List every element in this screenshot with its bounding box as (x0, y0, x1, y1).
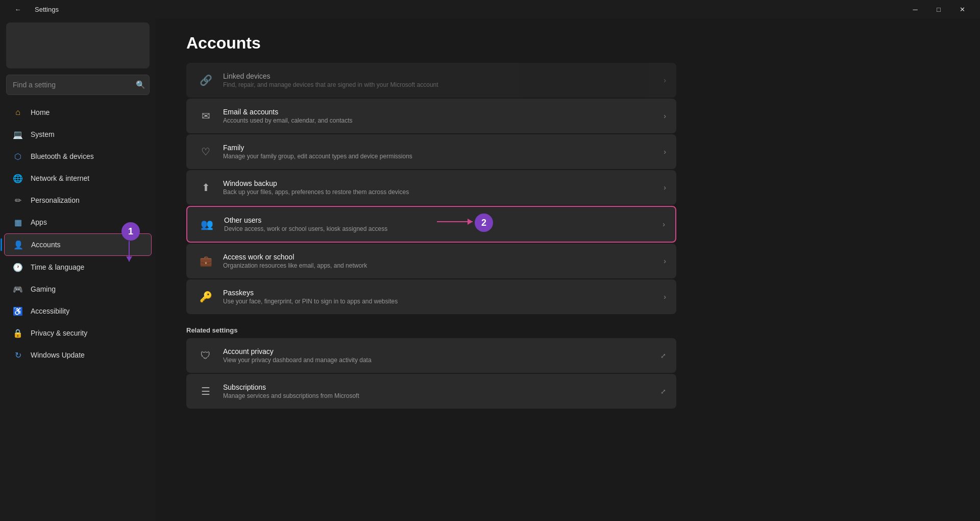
nav-icon-accounts: 👤 (13, 239, 24, 250)
search-icon: 🔍 (136, 80, 145, 89)
maximize-button[interactable]: □ (927, 1, 950, 17)
related-settings-list: 🛡 Account privacy View your privacy dash… (186, 338, 676, 409)
search-input[interactable] (6, 75, 150, 95)
nav-label-network: Network & internet (31, 174, 89, 182)
settings-icon-other-users: 👥 (198, 215, 216, 233)
nav-icon-gaming: 🎮 (12, 283, 23, 295)
related-settings-header: Related settings (186, 326, 954, 334)
window-controls: ─ □ ✕ (903, 1, 974, 17)
chevron-icon-email-accounts: › (664, 112, 666, 120)
sidebar-item-gaming[interactable]: 🎮 Gaming (4, 278, 152, 300)
related-item-account-privacy[interactable]: 🛡 Account privacy View your privacy dash… (186, 338, 676, 373)
settings-desc-email-accounts: Accounts used by email, calendar, and co… (223, 117, 658, 124)
settings-item-passkeys[interactable]: 🔑 Passkeys Use your face, fingerprint, o… (186, 279, 676, 314)
settings-icon-windows-backup: ⬆ (197, 178, 215, 197)
external-icon-account-privacy: ⤢ (660, 352, 666, 360)
settings-title-family: Family (223, 144, 658, 152)
settings-icon-passkeys: 🔑 (197, 288, 215, 306)
nav-icon-update: ↻ (12, 349, 23, 361)
nav-icon-home: ⌂ (12, 107, 23, 118)
sidebar-item-privacy[interactable]: 🔒 Privacy & security (4, 322, 152, 344)
nav-icon-personalization: ✏ (12, 195, 23, 206)
nav-label-system: System (31, 130, 55, 138)
settings-icon-family: ♡ (197, 143, 215, 161)
sidebar: 🔍 ⌂ Home 💻 System ⬡ Bluetooth & devices … (0, 18, 156, 521)
content-area: Accounts 🔗 Linked devices Find, repair, … (156, 18, 980, 521)
related-item-subscriptions[interactable]: ☰ Subscriptions Manage services and subs… (186, 374, 676, 409)
settings-title-passkeys: Passkeys (223, 289, 658, 297)
settings-title-windows-backup: Windows backup (223, 179, 658, 187)
search-container: 🔍 (6, 75, 150, 95)
chevron-icon-access-work: › (664, 257, 666, 265)
annotation-arrow-2 (437, 221, 473, 222)
related-title-account-privacy: Account privacy (223, 347, 655, 356)
nav-label-apps: Apps (31, 218, 47, 226)
nav-label-accessibility: Accessibility (31, 307, 69, 315)
titlebar: ← Settings ─ □ ✕ (0, 0, 980, 18)
nav-icon-bluetooth: ⬡ (12, 151, 23, 162)
annotation-badge-1: 1 (121, 222, 140, 241)
chevron-icon-windows-backup: › (664, 183, 666, 192)
settings-desc-family: Manage your family group, edit account t… (223, 153, 658, 160)
settings-title-access-work: Access work or school (223, 253, 658, 261)
nav-label-bluetooth: Bluetooth & devices (31, 152, 94, 160)
nav-label-update: Windows Update (31, 351, 85, 359)
related-title-subscriptions: Subscriptions (223, 383, 655, 391)
back-icon: ← (15, 6, 21, 13)
nav-icon-network: 🌐 (12, 173, 23, 184)
settings-desc-windows-backup: Back up your files, apps, preferences to… (223, 188, 658, 196)
settings-title-linked-devices: Linked devices (223, 72, 658, 80)
annotation-arrow-1 (129, 241, 130, 262)
minimize-button[interactable]: ─ (903, 1, 927, 17)
related-desc-account-privacy: View your privacy dashboard and manage a… (223, 357, 655, 364)
nav-label-personalization: Personalization (31, 196, 80, 204)
nav-label-home: Home (31, 108, 50, 116)
settings-item-email-accounts[interactable]: ✉ Email & accounts Accounts used by emai… (186, 99, 676, 133)
nav-label-accounts: Accounts (31, 241, 61, 249)
annotation-badge-2: 2 (475, 214, 493, 232)
titlebar-left: ← Settings (6, 1, 59, 17)
chevron-icon-family: › (664, 148, 666, 156)
sidebar-item-update[interactable]: ↻ Windows Update (4, 344, 152, 366)
sidebar-item-bluetooth[interactable]: ⬡ Bluetooth & devices (4, 146, 152, 167)
settings-item-family[interactable]: ♡ Family Manage your family group, edit … (186, 134, 676, 169)
search-icon-button[interactable]: 🔍 (136, 80, 145, 89)
related-icon-subscriptions: ☰ (197, 382, 215, 400)
app-title: Settings (35, 6, 59, 13)
nav-icon-system: 💻 (12, 129, 23, 140)
settings-desc-passkeys: Use your face, fingerprint, or PIN to si… (223, 298, 658, 305)
user-avatar (6, 22, 150, 68)
nav-label-gaming: Gaming (31, 285, 56, 293)
settings-item-other-users[interactable]: 👥 Other users Device access, work or sch… (186, 206, 676, 243)
nav-icon-time: 🕐 (12, 262, 23, 273)
related-icon-account-privacy: 🛡 (197, 346, 215, 365)
sidebar-item-accessibility[interactable]: ♿ Accessibility (4, 300, 152, 322)
settings-title-email-accounts: Email & accounts (223, 108, 658, 116)
settings-title-other-users: Other users (224, 216, 657, 224)
settings-desc-access-work: Organization resources like email, apps,… (223, 262, 658, 269)
related-desc-subscriptions: Manage services and subscriptions from M… (223, 392, 655, 399)
main-container: 🔍 ⌂ Home 💻 System ⬡ Bluetooth & devices … (0, 18, 980, 521)
external-icon-subscriptions: ⤢ (660, 388, 666, 395)
settings-desc-other-users: Device access, work or school users, kio… (224, 225, 657, 232)
settings-item-linked-devices[interactable]: 🔗 Linked devices Find, repair, and manag… (186, 63, 676, 98)
settings-icon-email-accounts: ✉ (197, 107, 215, 125)
nav-label-time: Time & language (31, 263, 84, 271)
settings-item-windows-backup[interactable]: ⬆ Windows backup Back up your files, app… (186, 170, 676, 205)
nav-label-privacy: Privacy & security (31, 329, 87, 337)
chevron-icon-linked-devices: › (664, 76, 666, 84)
back-button[interactable]: ← (6, 1, 30, 17)
sidebar-item-network[interactable]: 🌐 Network & internet (4, 168, 152, 189)
sidebar-item-personalization[interactable]: ✏ Personalization (4, 190, 152, 211)
settings-desc-linked-devices: Find, repair, and manage devices that ar… (223, 81, 658, 88)
sidebar-item-system[interactable]: 💻 System (4, 124, 152, 145)
settings-icon-linked-devices: 🔗 (197, 71, 215, 89)
nav-icon-privacy: 🔒 (12, 327, 23, 339)
page-title: Accounts (186, 34, 954, 53)
chevron-icon-other-users: › (663, 220, 665, 228)
sidebar-item-home[interactable]: ⌂ Home (4, 102, 152, 123)
close-button[interactable]: ✕ (950, 1, 974, 17)
nav-icon-accessibility: ♿ (12, 305, 23, 317)
settings-item-access-work[interactable]: 💼 Access work or school Organization res… (186, 244, 676, 278)
nav-icon-apps: ▦ (12, 217, 23, 228)
